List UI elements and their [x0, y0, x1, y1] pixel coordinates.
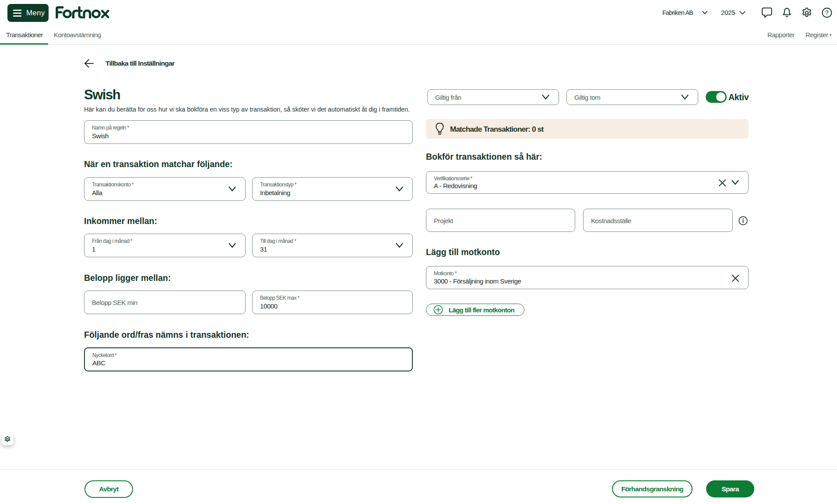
svg-text:?: ?: [825, 9, 829, 16]
